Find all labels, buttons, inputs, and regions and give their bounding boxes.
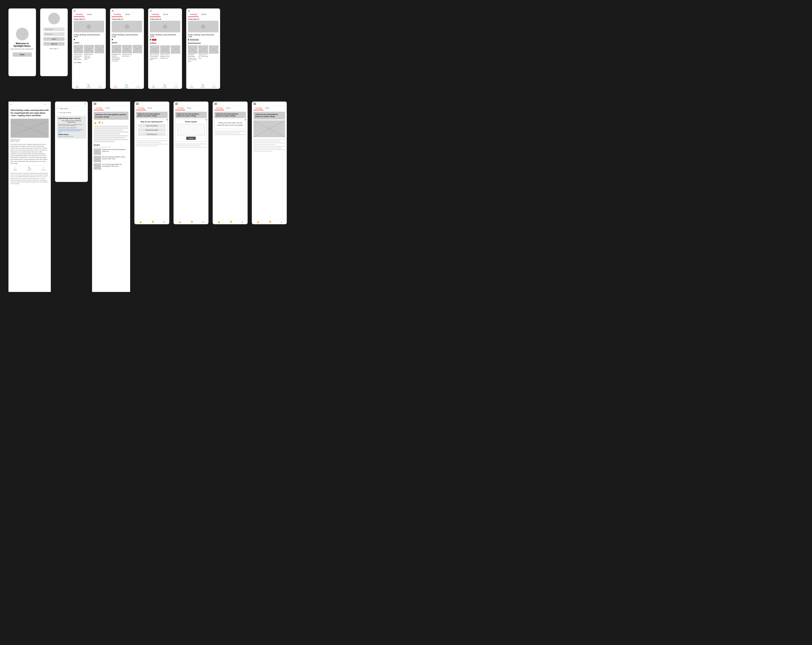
enter-button[interactable]: Enter: [13, 52, 32, 57]
nav-home-e[interactable]: ⌂Home: [190, 84, 193, 88]
skip-link[interactable]: Skip Sign In: [49, 47, 59, 49]
hamburger-icon-ent[interactable]: ☰: [188, 10, 190, 12]
submit-button[interactable]: Submit: [186, 137, 196, 140]
nav-explore-e[interactable]: 🔍Explore: [200, 84, 205, 88]
factcheck-share[interactable]: ↗ Share article: [55, 107, 88, 111]
hamburger-rt[interactable]: [214, 103, 217, 105]
nart-trending[interactable]: Trending: [253, 106, 264, 110]
play-button-ent[interactable]: ▶: [201, 25, 205, 29]
close-icon-fc[interactable]: ✕: [84, 102, 86, 105]
fa-tab-trending[interactable]: Trending: [94, 106, 104, 110]
more-icon[interactable]: ⋮: [47, 103, 49, 105]
ent-card-1[interactable]: GFRIENDs disbandment shocks K-pop fans a…: [188, 45, 197, 63]
close-icon-re[interactable]: ✕: [205, 119, 207, 121]
info-icon-rw[interactable]: ℹ: [163, 221, 165, 223]
nav-explore-p[interactable]: 🔍Explore: [162, 84, 166, 88]
thumbsdown-icon-rw[interactable]: 👎: [151, 221, 154, 223]
play-button-world[interactable]: ▶: [125, 25, 129, 29]
hamburger-icon-politics[interactable]: ☰: [150, 10, 152, 12]
rtt-mood[interactable]: Mood: [224, 106, 232, 110]
nav-home[interactable]: ⌂Home: [76, 84, 79, 88]
nav-foryou-p[interactable]: ☆For You: [174, 84, 179, 88]
nav-explore[interactable]: 🔍Explore: [86, 84, 90, 88]
nav-home-p[interactable]: ⌂Home: [152, 84, 155, 88]
tab-mood-politics[interactable]: Mood: [162, 12, 170, 17]
thumbsdown-icon[interactable]: 👎: [98, 121, 101, 124]
password-input[interactable]: [43, 32, 64, 36]
tab-trending[interactable]: Trending: [74, 12, 84, 17]
hamburger-nar[interactable]: [253, 103, 256, 105]
nart-mood[interactable]: Mood: [264, 106, 271, 110]
nav-foryou-e[interactable]: ☆For You: [212, 84, 217, 88]
thumbsup-icon[interactable]: 👍: [94, 121, 97, 124]
hamburger-re[interactable]: [175, 103, 178, 105]
hamburger-fa[interactable]: [94, 103, 96, 105]
thumbsup-icon-nar[interactable]: 👍: [257, 221, 259, 223]
tab-mood-ent[interactable]: Mood: [200, 12, 208, 17]
bookmark-icon[interactable]: □: [44, 103, 46, 105]
thumbsdown-icon-rt[interactable]: 👎: [230, 221, 232, 223]
re-line-2: [175, 145, 200, 146]
card-2[interactable]: Wildfire season safety and preparation: …: [84, 45, 93, 61]
world-card-1[interactable]: Galapagos rock formation 'Darwin's Arch'…: [112, 45, 121, 63]
ent-card-2[interactable]: "Spiderman: No W... new exciting traile.…: [198, 45, 208, 63]
pol-card-2[interactable]: Obama on UFO sightings: Know if they're …: [160, 45, 170, 61]
news-header-ent: ☰: [186, 8, 220, 12]
info-icon-nar[interactable]: ℹ: [281, 221, 282, 223]
thumbsup-icon-rt[interactable]: 👍: [218, 221, 220, 223]
tab-trending-ent[interactable]: Trending: [188, 12, 199, 17]
option-missing-info[interactable]: Missing information: [138, 128, 166, 132]
tab-trending-politics[interactable]: Trending: [150, 12, 160, 17]
info-icon[interactable]: ℹ: [102, 121, 103, 124]
thumbsup-icon-rw[interactable]: 👍: [139, 221, 142, 223]
related-link[interactable]: nytimes.com/olivia-rodrigo: [58, 136, 84, 137]
factcheck-check[interactable]: ✓ Fact-check article: [55, 111, 88, 115]
nav-explore-art[interactable]: 🔍Explore: [27, 167, 31, 171]
ret-trending[interactable]: Trending: [175, 106, 185, 110]
pol-card-1[interactable]: Biden threatens to sue reporter asking a…: [150, 45, 159, 61]
related-article-2[interactable]: EPA shuts policing Caribbean refinery la…: [94, 156, 128, 162]
back-button[interactable]: ←: [10, 103, 13, 106]
thumbsdown-icon-re[interactable]: 👎: [191, 221, 193, 223]
nav-home-world[interactable]: ⌂Home: [114, 84, 117, 88]
close-icon-rw[interactable]: ✕: [166, 119, 168, 121]
nav-explore-world[interactable]: 🔍Explore: [124, 84, 128, 88]
related-article-3[interactable]: Here's why younger patients are accounti…: [94, 163, 128, 170]
hamburger-rw[interactable]: [136, 103, 139, 105]
related-article-1[interactable]: Wildfire season safety and preparation: …: [94, 148, 128, 155]
pol-card-3[interactable]: [171, 45, 180, 61]
signup-button[interactable]: Sign Up: [43, 42, 64, 46]
username-input[interactable]: [43, 27, 64, 31]
rtt-trending[interactable]: Trending: [214, 106, 224, 110]
option-false-info[interactable]: False information: [138, 124, 166, 128]
factcheck-link[interactable]: factcheck.org/2021/01/what-president-bid…: [58, 129, 84, 133]
rwt-trending[interactable]: Trending: [136, 106, 146, 110]
ret-mood[interactable]: Mood: [185, 106, 193, 110]
info-icon-re[interactable]: ℹ: [203, 221, 204, 223]
world-card-2[interactable]: Argentina to tidal power plant 0: [122, 45, 132, 63]
login-button[interactable]: Log In: [43, 37, 64, 41]
close-icon-rt[interactable]: ✕: [244, 119, 246, 121]
nav-home-art[interactable]: ⌂Home: [14, 167, 17, 171]
rwt-mood[interactable]: Mood: [146, 106, 154, 110]
tab-mood[interactable]: Mood: [85, 12, 93, 17]
thumbsdown-icon-nar[interactable]: 👎: [269, 221, 271, 223]
card-3[interactable]: [95, 45, 104, 61]
nav-foryou-world[interactable]: ☆For You: [136, 84, 140, 88]
card-1[interactable]: California new mask guidance policies fo…: [74, 45, 83, 61]
tab-trending-world[interactable]: Trending: [112, 12, 122, 17]
fa-tab-mood[interactable]: Mood: [104, 106, 111, 110]
world-card-3[interactable]: [133, 45, 142, 63]
option-something-else[interactable]: Something else: [138, 133, 166, 136]
info-icon-rt[interactable]: ℹ: [242, 221, 243, 223]
ent-card-3[interactable]: [209, 45, 218, 63]
hamburger-icon[interactable]: ☰: [74, 10, 76, 12]
explain-textarea[interactable]: [177, 124, 205, 136]
nav-foryou-art[interactable]: ☆For You: [41, 167, 46, 171]
hamburger-icon-world[interactable]: ☰: [112, 10, 114, 12]
thumbsup-icon-re[interactable]: 👍: [179, 221, 181, 223]
play-button[interactable]: ▶: [87, 25, 91, 29]
nav-foryou[interactable]: ☆For You: [98, 84, 102, 88]
tab-mood-world[interactable]: Mood: [124, 12, 132, 17]
play-button-politics[interactable]: ▶: [163, 25, 167, 29]
